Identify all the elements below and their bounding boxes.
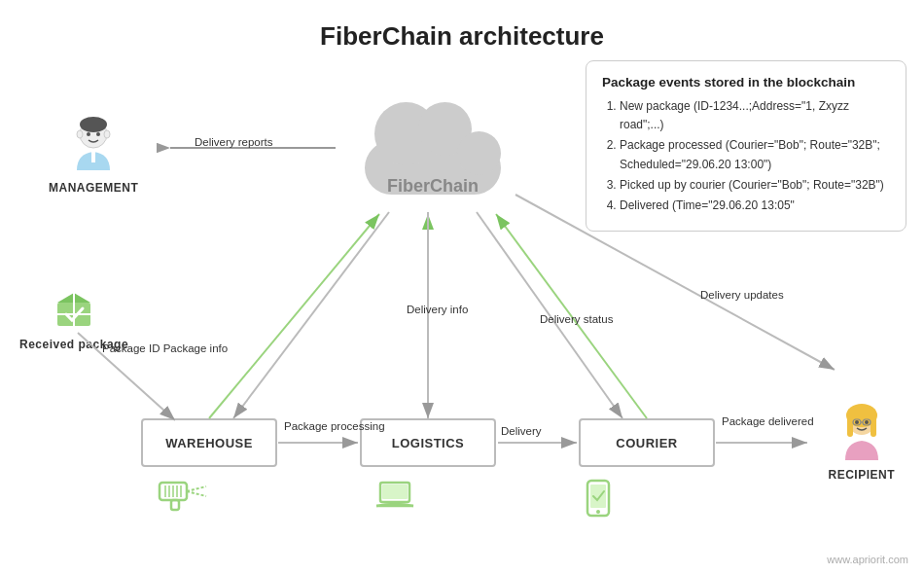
recipient-label: RECIPIENT bbox=[828, 468, 895, 482]
mobile-phone-icon bbox=[584, 479, 617, 524]
svg-point-5 bbox=[104, 130, 110, 138]
svg-rect-12 bbox=[171, 500, 179, 510]
blockchain-info-box: Package events stored in the blockchain … bbox=[586, 60, 906, 232]
package-delivered-label: Package delivered bbox=[722, 413, 814, 429]
courier-label: COURIER bbox=[616, 436, 677, 450]
recipient-avatar-icon bbox=[835, 404, 888, 462]
svg-point-25 bbox=[596, 510, 600, 514]
svg-point-31 bbox=[865, 420, 869, 424]
delivery-status-label: Delivery status bbox=[540, 311, 613, 327]
svg-point-3 bbox=[96, 132, 100, 136]
svg-line-19 bbox=[187, 491, 206, 496]
warehouse-label: WAREHOUSE bbox=[165, 436, 253, 450]
management-avatar-icon bbox=[67, 117, 120, 175]
page-title: FiberChain architecture bbox=[0, 0, 924, 52]
laptop-svg bbox=[374, 479, 415, 512]
package-processing-label: Package processing bbox=[284, 418, 385, 434]
phone-svg bbox=[584, 479, 617, 518]
courier-box: COURIER bbox=[579, 418, 715, 467]
svg-point-2 bbox=[87, 132, 90, 136]
package-icon bbox=[52, 287, 96, 332]
warehouse-to-cloud-arrow bbox=[209, 214, 379, 418]
fiberchain-cloud: FiberChain bbox=[336, 88, 530, 214]
logistics-label: LOGISTICS bbox=[392, 436, 465, 450]
svg-rect-29 bbox=[871, 415, 876, 437]
scanner-svg bbox=[158, 479, 208, 514]
delivery-label: Delivery bbox=[501, 423, 542, 439]
blockchain-event-2: Package processed (Courier="Bob"; Route=… bbox=[620, 136, 890, 173]
svg-point-4 bbox=[77, 130, 83, 138]
cloud-label: FiberChain bbox=[336, 176, 530, 197]
delivery-updates-label: Delivery updates bbox=[700, 287, 784, 303]
svg-point-1 bbox=[80, 117, 107, 132]
barcode-scanner-icon bbox=[158, 479, 208, 521]
blockchain-box-title: Package events stored in the blockchain bbox=[602, 75, 890, 90]
delivery-info-label: Delivery info bbox=[407, 302, 468, 317]
delivery-reports-label: Delivery reports bbox=[195, 134, 273, 150]
svg-rect-6 bbox=[91, 151, 95, 162]
cloud-to-warehouse-arrow bbox=[233, 212, 389, 418]
blockchain-event-1: New package (ID-1234...;Address="1, Zxyz… bbox=[620, 97, 890, 134]
management-label: MANAGEMENT bbox=[49, 181, 138, 195]
actor-management: MANAGEMENT bbox=[49, 117, 138, 195]
svg-point-30 bbox=[855, 420, 859, 424]
svg-rect-21 bbox=[382, 485, 408, 499]
watermark: www.apriorit.com bbox=[827, 554, 908, 565]
package-id-label: Package ID Package info bbox=[102, 341, 228, 356]
blockchain-events-list: New package (ID-1234...;Address="1, Zxyz… bbox=[602, 97, 890, 215]
laptop-icon bbox=[374, 479, 415, 519]
svg-rect-28 bbox=[847, 415, 853, 437]
blockchain-event-4: Delivered (Time="29.06.20 13:05" bbox=[620, 197, 890, 215]
warehouse-box: WAREHOUSE bbox=[141, 418, 277, 467]
blockchain-event-3: Picked up by courier (Courier="Bob"; Rou… bbox=[620, 176, 890, 195]
actor-recipient: RECIPIENT bbox=[828, 404, 895, 482]
svg-line-18 bbox=[187, 486, 206, 491]
cloud-bump3 bbox=[457, 131, 501, 175]
